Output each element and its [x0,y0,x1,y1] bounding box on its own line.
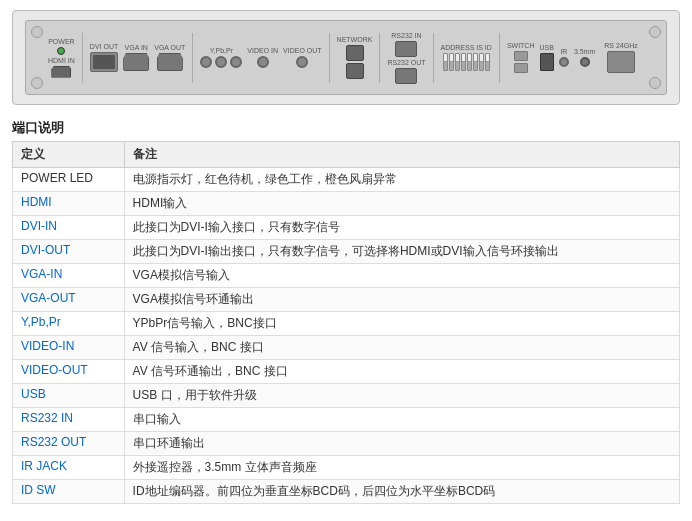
section-heading: 端口说明 [0,113,692,141]
rj45-port-2 [346,63,364,79]
separator-2 [192,33,193,83]
separator-1 [82,33,83,83]
table-row: Y,Pb,PrYPbPr信号输入，BNC接口 [13,312,680,336]
dip-1 [443,53,448,71]
separator-3 [329,33,330,83]
vga-out-port [157,53,183,71]
port-name-cell: DVI-OUT [13,240,125,264]
port-note-cell: ID地址编码器。前四位为垂直坐标BCD码，后四位为水平坐标BCD码 [124,480,679,504]
power-dc-group: RS 24GHz [604,42,637,73]
port-name-cell: POWER LED [13,168,125,192]
table-row: VIDEO-INAV 信号输入，BNC 接口 [13,336,680,360]
port-name-cell: VGA-OUT [13,288,125,312]
rs232-in-port [395,41,417,57]
dvi-out-inner [93,55,115,69]
ypbpr-ports [200,56,242,68]
port-name-cell: RS232 OUT [13,432,125,456]
table-row: DVI-IN此接口为DVI-I输入接口，只有数字信号 [13,216,680,240]
port-note-cell: VGA模拟信号输入 [124,264,679,288]
separator-5 [433,33,434,83]
hardware-panel: POWER HDMI IN DVI OUT VGA IN VGA OUT Y,P… [12,10,680,105]
rs232-out-label: RS232 OUT [387,59,425,66]
audio-group: 3.5mm [574,48,595,67]
port-name-cell: HDMI [13,192,125,216]
video-in-port [257,56,269,68]
ypbpr-label: Y,Pb,Pr [210,47,233,54]
port-note-cell: 此接口为DVI-I输入接口，只有数字信号 [124,216,679,240]
bnc-pr [230,56,242,68]
dc-label: RS 24GHz [604,42,637,49]
table-row: DVI-OUT此接口为DVI-I输出接口，只有数字信号，可选择将HDMI或DVI… [13,240,680,264]
table-header-row: 定义 备注 [13,142,680,168]
screw-tr [649,26,661,38]
port-name-cell: VIDEO-OUT [13,360,125,384]
table-row: ID SWID地址编码器。前四位为垂直坐标BCD码，后四位为水平坐标BCD码 [13,480,680,504]
separator-4 [379,33,380,83]
port-name-cell: USB [13,384,125,408]
switch-label: SWITCH [507,42,535,49]
address-label: ADDRESS IS ID [441,44,492,51]
switch-port-2 [514,63,528,73]
video-out-port [296,56,308,68]
rs232-group: RS232 IN RS232 OUT [387,32,425,84]
port-note-cell: 串口输入 [124,408,679,432]
port-note-cell: 电源指示灯，红色待机，绿色工作，橙色风扇异常 [124,168,679,192]
port-name-cell: VGA-IN [13,264,125,288]
port-name-cell: RS232 IN [13,408,125,432]
table-row: IR JACK外接遥控器，3.5mm 立体声音频座 [13,456,680,480]
dc-power-port [607,51,635,73]
dip-switches [443,53,490,71]
video-out-group: VIDEO OUT [283,47,322,68]
power-label: POWER [48,38,74,45]
port-name-cell: VIDEO-IN [13,336,125,360]
dip-5 [467,53,472,71]
dip-2 [449,53,454,71]
table-row: POWER LED电源指示灯，红色待机，绿色工作，橙色风扇异常 [13,168,680,192]
video-in-label: VIDEO IN [247,47,278,54]
port-note-cell: HDMI输入 [124,192,679,216]
dvi-out-port [90,52,118,72]
vga-out-group: VGA OUT [154,44,185,71]
port-name-cell: ID SW [13,480,125,504]
audio-port [580,57,590,67]
col-header-note: 备注 [124,142,679,168]
dip-8 [485,53,490,71]
table-body: POWER LED电源指示灯，红色待机，绿色工作，橙色风扇异常HDMIHDMI输… [13,168,680,504]
table-row: RS232 OUT串口环通输出 [13,432,680,456]
dvi-out-label: DVI OUT [90,43,118,50]
bnc-pb [215,56,227,68]
usb-label: USB [539,44,553,51]
port-name-cell: IR JACK [13,456,125,480]
hdmi-port [51,66,71,78]
rj45-port-1 [346,45,364,61]
usb-audio-group: USB [539,44,553,71]
screw-tl [31,26,43,38]
hdmi-label: HDMI IN [48,57,75,64]
port-note-cell: AV 信号输入，BNC 接口 [124,336,679,360]
dip-7 [479,53,484,71]
rs232-out-port [395,68,417,84]
vga-in-label: VGA IN [125,44,148,51]
hardware-inner: POWER HDMI IN DVI OUT VGA IN VGA OUT Y,P… [25,20,667,95]
address-group: ADDRESS IS ID [441,44,492,71]
switch-port-1 [514,51,528,61]
port-table: 定义 备注 POWER LED电源指示灯，红色待机，绿色工作，橙色风扇异常HDM… [12,141,680,504]
screw-br [649,77,661,89]
network-label: NETWORK [337,36,373,43]
table-row: HDMIHDMI输入 [13,192,680,216]
port-note-cell: 外接遥控器，3.5mm 立体声音频座 [124,456,679,480]
port-name-cell: Y,Pb,Pr [13,312,125,336]
power-hdmi-group: POWER HDMI IN [48,38,75,78]
dip-3 [455,53,460,71]
bnc-ypbpr-group: Y,Pb,Pr [200,47,242,68]
dvi-out-group: DVI OUT [90,43,118,72]
video-in-group: VIDEO IN [247,47,278,68]
port-note-cell: VGA模拟信号环通输出 [124,288,679,312]
network-ports [346,45,364,79]
screw-bl [31,77,43,89]
audio-label: 3.5mm [574,48,595,55]
ir-jack-port [559,57,569,67]
col-header-definition: 定义 [13,142,125,168]
table-row: VIDEO-OUTAV 信号环通输出，BNC 接口 [13,360,680,384]
table-row: VGA-OUTVGA模拟信号环通输出 [13,288,680,312]
